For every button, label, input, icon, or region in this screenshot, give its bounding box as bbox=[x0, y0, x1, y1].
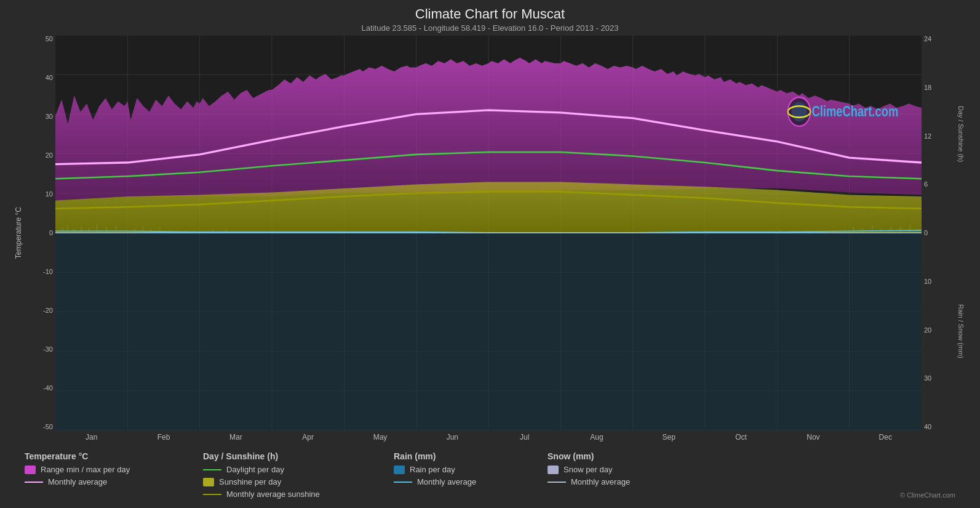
legend-snow: Snow (mm) Snow per day Monthly average bbox=[548, 451, 683, 499]
legend-daylight: Daylight per day bbox=[203, 465, 375, 474]
legend-sunshine-avg-label: Monthly average sunshine bbox=[226, 490, 320, 499]
svg-rect-45 bbox=[55, 233, 922, 430]
y-tick-20: 20 bbox=[46, 151, 53, 159]
legend-temp-title: Temperature °C bbox=[25, 451, 185, 461]
y-tick-m10: -10 bbox=[43, 268, 53, 275]
legend-snow-swatch: Snow per day bbox=[548, 465, 683, 474]
legend-rain-title: Rain (mm) bbox=[394, 451, 529, 461]
x-tick-jul: Jul bbox=[488, 433, 560, 441]
x-tick-nov: Nov bbox=[777, 433, 849, 441]
y-tick-right-0: 0 bbox=[924, 229, 928, 236]
x-tick-jan: Jan bbox=[55, 433, 127, 441]
legend-snow-avg-label: Monthly average bbox=[571, 477, 630, 486]
right-label-rain: Rain / Snow (mm) bbox=[957, 233, 965, 430]
chart-container: Temperature °C 50 40 30 20 10 0 -10 -20 … bbox=[12, 35, 968, 430]
right-axis: 24 18 12 6 0 10 20 30 40 Day / Sunshine … bbox=[922, 35, 968, 430]
legend-rain-avg: Monthly average bbox=[394, 477, 529, 486]
legend-snow-title: Snow (mm) bbox=[548, 451, 683, 461]
y-tick-right-18: 18 bbox=[924, 84, 931, 91]
x-tick-jun: Jun bbox=[416, 433, 488, 441]
legend-snow-avg: Monthly average bbox=[548, 477, 683, 486]
chart-title: Climate Chart for Muscat bbox=[12, 6, 968, 22]
watermark-bottom: © ClimeChart.com bbox=[900, 491, 955, 499]
legend-rain-avg-label: Monthly average bbox=[417, 477, 476, 486]
legend-temp-range-label: Range min / max per day bbox=[41, 465, 130, 474]
x-tick-oct: Oct bbox=[705, 433, 777, 441]
y-tick-right-24: 24 bbox=[924, 35, 931, 42]
x-tick-sep: Sep bbox=[633, 433, 705, 441]
y-tick-right-10: 10 bbox=[924, 278, 931, 285]
y-tick-40: 40 bbox=[46, 74, 53, 81]
x-tick-may: May bbox=[344, 433, 416, 441]
rain-swatch bbox=[394, 466, 405, 474]
y-tick-right-20: 20 bbox=[924, 326, 931, 334]
chart-subtitle: Latitude 23.585 - Longitude 58.419 - Ele… bbox=[12, 23, 968, 33]
left-axis-ticks: 50 40 30 20 10 0 -10 -20 -30 -40 -50 bbox=[25, 35, 55, 430]
legend-temperature: Temperature °C Range min / max per day M… bbox=[25, 451, 185, 499]
x-axis: Jan Feb Mar Apr May Jun Jul Aug Sep Oct … bbox=[55, 430, 922, 446]
chart-svg: ClimeChart.com ClimeChart.com bbox=[55, 35, 922, 430]
chart-header: Climate Chart for Muscat Latitude 23.585… bbox=[12, 6, 968, 33]
page-wrapper: Climate Chart for Muscat Latitude 23.585… bbox=[0, 0, 980, 508]
y-tick-right-30: 30 bbox=[924, 374, 931, 382]
sunshine-swatch bbox=[203, 478, 214, 486]
temp-avg-line-swatch bbox=[25, 482, 43, 483]
watermark-brand-top: ClimeChart.com bbox=[811, 103, 898, 119]
snow-swatch bbox=[548, 466, 559, 474]
legend-sunshine-avg: Monthly average sunshine bbox=[203, 490, 375, 499]
y-tick-right-6: 6 bbox=[924, 180, 928, 188]
legend-sunshine-label: Sunshine per day bbox=[219, 477, 281, 486]
y-tick-10: 10 bbox=[46, 190, 53, 198]
x-tick-feb: Feb bbox=[127, 433, 199, 441]
y-tick-0: 0 bbox=[49, 229, 53, 236]
legend-sunshine: Day / Sunshine (h) Daylight per day Suns… bbox=[203, 451, 375, 499]
legend-snow-label: Snow per day bbox=[564, 465, 613, 474]
legend-rain-label: Rain per day bbox=[410, 465, 455, 474]
temp-range-swatch bbox=[25, 466, 36, 474]
x-tick-mar: Mar bbox=[200, 433, 272, 441]
legend-area: Temperature °C Range min / max per day M… bbox=[12, 446, 968, 502]
rain-avg-swatch bbox=[394, 482, 412, 483]
legend-rain: Rain (mm) Rain per day Monthly average bbox=[394, 451, 529, 499]
legend-temp-avg: Monthly average bbox=[25, 477, 185, 486]
legend-sunshine-swatch: Sunshine per day bbox=[203, 477, 375, 486]
legend-daylight-label: Daylight per day bbox=[226, 465, 284, 474]
right-axis-ticks: 24 18 12 6 0 10 20 30 40 bbox=[922, 35, 954, 430]
x-tick-dec: Dec bbox=[850, 433, 922, 441]
y-tick-30: 30 bbox=[46, 113, 53, 120]
legend-rain-swatch: Rain per day bbox=[394, 465, 529, 474]
y-tick-m40: -40 bbox=[43, 384, 53, 392]
sunshine-avg-swatch bbox=[203, 494, 221, 495]
left-axis-label: Temperature °C bbox=[14, 207, 23, 259]
svg-marker-43 bbox=[55, 58, 922, 201]
right-label-sunshine: Day / Sunshine (h) bbox=[957, 35, 965, 233]
right-axis-labels: Day / Sunshine (h) Rain / Snow (mm) bbox=[954, 35, 968, 430]
y-tick-right-40: 40 bbox=[924, 423, 931, 430]
legend-sunshine-title: Day / Sunshine (h) bbox=[203, 451, 375, 461]
legend-temp-avg-label: Monthly average bbox=[48, 477, 107, 486]
left-axis: Temperature °C 50 40 30 20 10 0 -10 -20 … bbox=[12, 35, 55, 430]
daylight-line-swatch bbox=[203, 469, 221, 470]
snow-avg-swatch bbox=[548, 482, 566, 483]
y-tick-50: 50 bbox=[46, 35, 53, 42]
x-tick-apr: Apr bbox=[272, 433, 344, 441]
legend-temp-range: Range min / max per day bbox=[25, 465, 185, 474]
chart-plot-area: ClimeChart.com ClimeChart.com bbox=[55, 35, 922, 430]
y-tick-m20: -20 bbox=[43, 307, 53, 314]
svg-point-48 bbox=[792, 102, 807, 121]
y-tick-right-12: 12 bbox=[924, 132, 931, 140]
x-tick-aug: Aug bbox=[560, 433, 632, 441]
y-tick-m50: -50 bbox=[43, 423, 53, 430]
y-tick-m30: -30 bbox=[43, 345, 53, 353]
